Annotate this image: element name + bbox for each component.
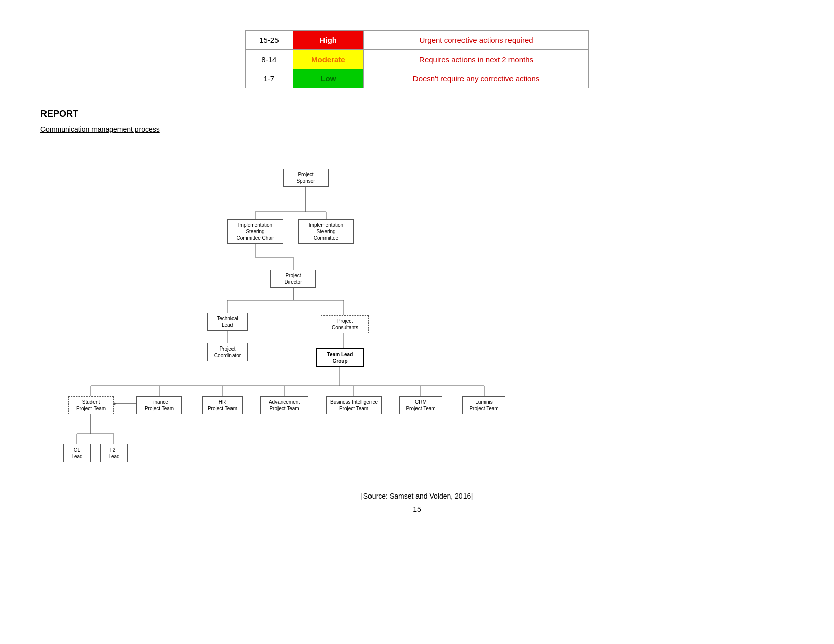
org-chart-svg	[40, 164, 794, 477]
f2f-lead-box: F2FLead	[100, 444, 128, 462]
impl-steering-chair-box: ImplementationSteeringCommittee Chair	[227, 219, 283, 244]
comm-link[interactable]: Communication management process	[40, 125, 160, 133]
hr-project-team-box: HRProject Team	[202, 396, 243, 414]
finance-project-team-box: FinanceProject Team	[136, 396, 182, 414]
org-chart: ProjectSponsor ImplementationSteeringCom…	[40, 164, 794, 477]
risk-description: Doesn't require any corrective actions	[364, 69, 589, 88]
project-coordinator-box: ProjectCoordinator	[207, 343, 248, 361]
technical-lead-box: TechnicalLead	[207, 313, 248, 331]
risk-range: 1-7	[246, 69, 293, 88]
luminis-project-team-box: LuminisProject Team	[462, 396, 505, 414]
risk-level: Low	[293, 69, 363, 88]
risk-row: 1-7 Low Doesn't require any corrective a…	[246, 69, 589, 88]
report-section: REPORT Communication management process	[40, 109, 794, 148]
project-director-box: ProjectDirector	[270, 270, 316, 288]
bi-project-team-box: Business IntelligenceProject Team	[326, 396, 382, 414]
risk-range: 8-14	[246, 50, 293, 69]
student-project-team-box: StudentProject Team	[68, 396, 114, 414]
project-sponsor-box: ProjectSponsor	[283, 169, 329, 187]
project-consultants-box: ProjectConsultants	[321, 315, 369, 333]
risk-level: High	[293, 31, 363, 50]
impl-steering-committee-box: ImplementationSteeringCommittee	[298, 219, 354, 244]
risk-table: 15-25 High Urgent corrective actions req…	[245, 30, 589, 88]
advancement-project-team-box: AdvancementProject Team	[260, 396, 308, 414]
risk-row: 8-14 Moderate Requires actions in next 2…	[246, 50, 589, 69]
risk-level: Moderate	[293, 50, 363, 69]
risk-description: Requires actions in next 2 months	[364, 50, 589, 69]
risk-range: 15-25	[246, 31, 293, 50]
risk-description: Urgent corrective actions required	[364, 31, 589, 50]
risk-row: 15-25 High Urgent corrective actions req…	[246, 31, 589, 50]
crm-project-team-box: CRMProject Team	[399, 396, 442, 414]
source-citation: [Source: Samset and Volden, 2016]	[40, 492, 794, 500]
page-number: 15	[40, 505, 794, 513]
ol-lead-box: OLLead	[63, 444, 91, 462]
report-heading: REPORT	[40, 109, 794, 119]
team-lead-group-box: Team LeadGroup	[316, 348, 364, 367]
